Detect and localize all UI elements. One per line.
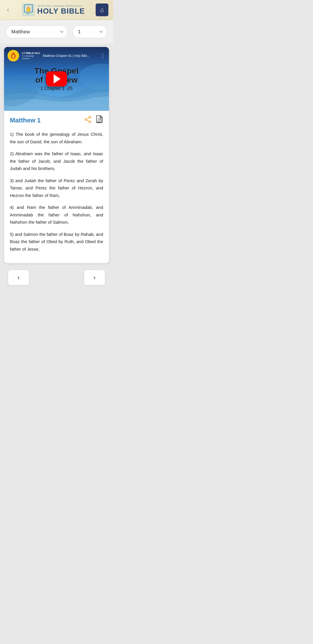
selector-row: Matthew Mark Luke John 1 2 3 [0, 20, 113, 44]
bible-text: 1) The book of the genealogy of Jesus Ch… [4, 128, 109, 263]
channel-sub: n Language Version [22, 55, 40, 60]
channel-avatar [8, 50, 19, 61]
channel-info: LY BIBLE-ISLV n Language Version [22, 52, 40, 60]
gospel-subtitle: 1 Chapter 1 -25 [34, 86, 79, 91]
content-card: LY BIBLE-ISLV n Language Version Matthew… [4, 47, 109, 263]
verse-text: 3) and Judah the father of Perez and Zer… [10, 177, 103, 199]
svg-point-5 [89, 121, 91, 123]
document-icon[interactable] [96, 115, 103, 125]
verse-text: 5) and Salmon the father of Boaz by Raha… [10, 231, 103, 253]
chapter-dropdown[interactable]: 1 2 3 [72, 25, 107, 38]
logo-text: INDIAN SIGN LANGUAGE VERSION (ISLV) HOLY… [37, 5, 85, 15]
app-logo: INDIAN SIGN LANGUAGE VERSION (ISLV) HOLY… [22, 3, 85, 16]
app-header: ‹ INDIAN SIGN LANGUAGE VERSION (ISLV) HO… [0, 0, 113, 20]
next-chapter-button[interactable]: › [84, 270, 105, 285]
svg-point-4 [89, 116, 91, 118]
chapter-header: Matthew 1 [4, 111, 109, 128]
svg-line-8 [87, 120, 89, 122]
next-icon: › [93, 274, 95, 281]
bottom-navigation: ‹ › [4, 265, 109, 290]
svg-line-7 [87, 118, 89, 119]
video-menu-icon[interactable]: ⋮ [100, 53, 105, 59]
channel-name: LY BIBLE-ISLV [22, 52, 40, 55]
book-dropdown-wrap: Matthew Mark Luke John [6, 25, 68, 38]
logo-title: HOLY BIBLE [37, 7, 85, 15]
main-content: LY BIBLE-ISLV n Language Version Matthew… [0, 44, 113, 293]
verse-text: 2) Abraham was the father of Isaac, and … [10, 150, 103, 172]
verse-text: 4) and Ram the father of Amminadab, and … [10, 204, 103, 226]
chapter-title: Matthew 1 [10, 117, 41, 124]
chapter-dropdown-wrap: 1 2 3 [72, 25, 107, 38]
prev-icon: ‹ [17, 274, 19, 281]
play-button-wrap[interactable] [46, 71, 67, 86]
back-icon: ‹ [7, 6, 9, 13]
verse-text: 1) The book of the genealogy of Jesus Ch… [10, 131, 103, 145]
back-button[interactable]: ‹ [5, 5, 11, 15]
book-dropdown[interactable]: Matthew Mark Luke John [6, 25, 68, 38]
video-title: Matthew Chapter 01 | Holy Bibl... [43, 54, 98, 57]
share-icon[interactable] [84, 116, 92, 125]
home-button[interactable]: ⌂ [96, 3, 108, 16]
svg-point-6 [85, 119, 87, 120]
logo-icon [22, 3, 35, 16]
video-top-bar: LY BIBLE-ISLV n Language Version Matthew… [4, 47, 109, 64]
video-thumbnail[interactable]: LY BIBLE-ISLV n Language Version Matthew… [4, 47, 109, 111]
chapter-actions [84, 115, 103, 125]
play-triangle-icon [54, 74, 61, 84]
home-icon: ⌂ [100, 6, 104, 14]
prev-chapter-button[interactable]: ‹ [8, 270, 29, 285]
play-button[interactable] [46, 71, 67, 86]
